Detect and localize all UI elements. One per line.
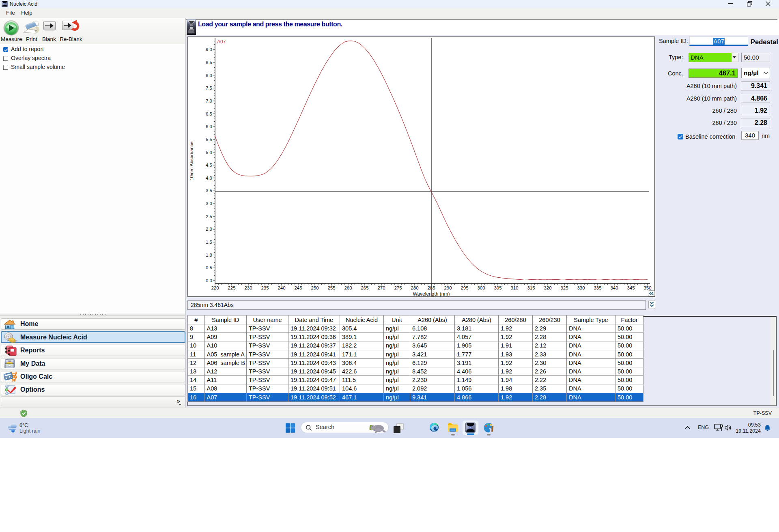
svg-text:260: 260 [344, 285, 352, 290]
svg-text:0.5: 0.5 [206, 265, 212, 270]
svg-text:9.0: 9.0 [206, 47, 212, 52]
svg-text:4.5: 4.5 [206, 163, 212, 167]
svg-text:5.5: 5.5 [206, 137, 212, 142]
svg-text:265: 265 [361, 285, 368, 290]
svg-text:8.0: 8.0 [206, 73, 212, 78]
svg-text:2.5: 2.5 [206, 214, 212, 219]
svg-text:235: 235 [261, 285, 269, 290]
svg-text:350: 350 [643, 285, 651, 290]
svg-text:345: 345 [627, 285, 635, 290]
svg-text:315: 315 [527, 285, 535, 290]
svg-text:310: 310 [510, 285, 518, 290]
svg-text:320: 320 [544, 285, 551, 290]
svg-text:7.0: 7.0 [206, 99, 212, 103]
svg-text:0.0: 0.0 [206, 278, 212, 283]
svg-text:270: 270 [377, 285, 385, 290]
svg-text:A07: A07 [217, 39, 226, 45]
svg-text:220: 220 [211, 285, 219, 290]
svg-text:3.0: 3.0 [206, 201, 212, 206]
svg-text:255: 255 [327, 285, 335, 290]
svg-text:1.5: 1.5 [206, 240, 212, 245]
svg-text:4.0: 4.0 [206, 176, 212, 180]
svg-text:225: 225 [228, 285, 235, 290]
svg-text:250: 250 [311, 285, 318, 290]
svg-text:6.5: 6.5 [206, 112, 212, 116]
svg-text:10mm Absorbance: 10mm Absorbance [189, 142, 194, 180]
svg-text:3.5: 3.5 [206, 188, 212, 193]
svg-text:7.5: 7.5 [206, 86, 212, 90]
svg-text:280: 280 [411, 285, 418, 290]
svg-text:2.0: 2.0 [206, 227, 212, 232]
svg-text:305: 305 [494, 285, 501, 290]
svg-text:8.5: 8.5 [206, 60, 212, 65]
svg-text:290: 290 [444, 285, 452, 290]
svg-text:6.0: 6.0 [206, 124, 212, 129]
svg-text:325: 325 [560, 285, 568, 290]
svg-text:330: 330 [577, 285, 585, 290]
svg-text:245: 245 [294, 285, 302, 290]
svg-text:300: 300 [477, 285, 485, 290]
svg-text:335: 335 [594, 285, 601, 290]
svg-text:340: 340 [610, 285, 618, 290]
svg-text:275: 275 [394, 285, 402, 290]
svg-text:230: 230 [244, 285, 252, 290]
svg-text:240: 240 [278, 285, 285, 290]
svg-text:5.0: 5.0 [206, 150, 212, 155]
svg-text:1.0: 1.0 [206, 253, 212, 257]
svg-text:295: 295 [461, 285, 468, 290]
